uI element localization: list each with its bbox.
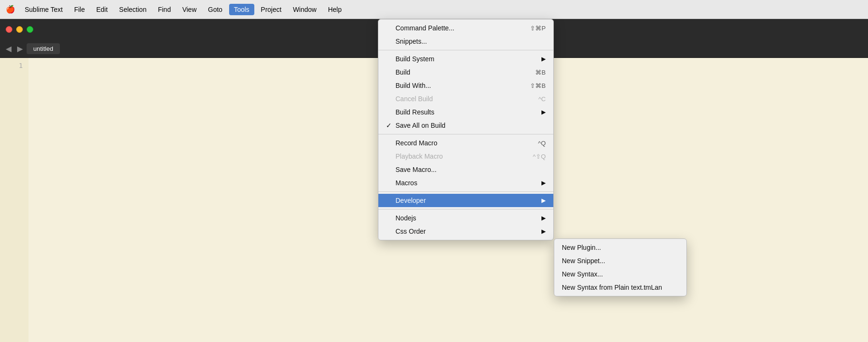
developer-submenu[interactable]: New Plugin... New Snippet... New Syntax.… <box>554 238 687 296</box>
menu-item-build-results[interactable]: Build Results ▶ <box>378 105 553 119</box>
menu-item-developer[interactable]: Developer ▶ <box>378 194 553 207</box>
menubar-sublime-text[interactable]: Sublime Text <box>20 4 68 15</box>
menubar-help[interactable]: Help <box>323 4 347 15</box>
developer-label: Developer <box>395 197 426 204</box>
build-label: Build <box>395 68 410 76</box>
save-all-on-build-label: Save All on Build <box>395 122 445 129</box>
cancel-build-label: Cancel Build <box>395 95 433 103</box>
menu-item-build-with[interactable]: Build With... ⇧⌘B <box>378 79 553 92</box>
submenu-arrow-nodejs: ▶ <box>541 215 546 221</box>
menu-item-playback-macro[interactable]: Playback Macro ^⇧Q <box>378 150 553 163</box>
submenu-arrow-build-results: ▶ <box>541 109 546 115</box>
playback-macro-label: Playback Macro <box>395 152 443 160</box>
apple-menu[interactable]: 🍎 <box>6 5 15 14</box>
tools-menu[interactable]: Command Palette... ⇧⌘P Snippets... Build… <box>378 19 554 240</box>
menubar-view[interactable]: View <box>177 4 201 15</box>
command-palette-label: Command Palette... <box>395 24 454 32</box>
menu-item-cancel-build[interactable]: Cancel Build ^C <box>378 92 553 105</box>
menu-item-command-palette[interactable]: Command Palette... ⇧⌘P <box>378 21 553 35</box>
line-numbers: 1 <box>0 58 29 342</box>
macros-label: Macros <box>395 179 417 187</box>
menubar-goto[interactable]: Goto <box>203 4 227 15</box>
separator-3 <box>378 191 553 192</box>
submenu-arrow-build-system: ▶ <box>541 56 546 62</box>
new-snippet-label: New Snippet... <box>562 257 605 265</box>
submenu-arrow-developer: ▶ <box>541 197 546 204</box>
menubar-file[interactable]: File <box>69 4 90 15</box>
menu-item-record-macro[interactable]: Record Macro ^Q <box>378 136 553 150</box>
command-palette-shortcut: ⇧⌘P <box>521 25 546 32</box>
record-macro-label: Record Macro <box>395 139 437 147</box>
submenu-arrow-css-order: ▶ <box>541 228 546 235</box>
build-results-label: Build Results <box>395 108 434 116</box>
menubar-tools[interactable]: Tools <box>229 4 254 15</box>
build-with-label: Build With... <box>395 82 431 89</box>
traffic-light-red[interactable] <box>6 26 12 33</box>
menu-item-new-syntax[interactable]: New Syntax... <box>554 267 686 281</box>
snippets-label: Snippets... <box>395 38 427 45</box>
new-syntax-label: New Syntax... <box>562 270 603 278</box>
menu-item-build-system[interactable]: Build System ▶ <box>378 52 553 66</box>
menu-item-macros[interactable]: Macros ▶ <box>378 176 553 190</box>
menu-item-build[interactable]: Build ⌘B <box>378 66 553 79</box>
menubar: 🍎 Sublime Text File Edit Selection Find … <box>0 0 868 19</box>
cancel-build-shortcut: ^C <box>529 95 546 103</box>
build-shortcut: ⌘B <box>526 69 546 76</box>
menubar-project[interactable]: Project <box>256 4 287 15</box>
playback-macro-shortcut: ^⇧Q <box>523 153 546 160</box>
menubar-selection[interactable]: Selection <box>115 4 152 15</box>
css-order-label: Css Order <box>395 228 426 235</box>
record-macro-shortcut: ^Q <box>529 140 546 147</box>
new-syntax-from-plain-label: New Syntax from Plain text.tmLan <box>562 284 662 291</box>
menu-item-new-syntax-from-plain[interactable]: New Syntax from Plain text.tmLan <box>554 281 686 294</box>
tab-nav-left[interactable]: ◀ <box>4 43 13 54</box>
menu-item-nodejs[interactable]: Nodejs ▶ <box>378 211 553 225</box>
separator-1 <box>378 50 553 50</box>
build-with-shortcut: ⇧⌘B <box>521 82 546 89</box>
check-icon-save-all: ✓ <box>386 122 394 129</box>
menubar-window[interactable]: Window <box>288 4 321 15</box>
menu-item-new-snippet[interactable]: New Snippet... <box>554 254 686 267</box>
menu-item-css-order[interactable]: Css Order ▶ <box>378 225 553 238</box>
menu-item-new-plugin[interactable]: New Plugin... <box>554 241 686 254</box>
traffic-light-yellow[interactable] <box>16 26 23 33</box>
menu-item-save-all-on-build[interactable]: ✓ Save All on Build <box>378 119 553 132</box>
build-system-label: Build System <box>395 55 434 63</box>
menubar-edit[interactable]: Edit <box>91 4 112 15</box>
tab-nav-right[interactable]: ▶ <box>15 43 25 54</box>
separator-2 <box>378 134 553 134</box>
tab-untitled[interactable]: untitled <box>27 43 60 54</box>
line-number-1: 1 <box>0 62 23 69</box>
nodejs-label: Nodejs <box>395 214 416 222</box>
new-plugin-label: New Plugin... <box>562 244 601 251</box>
menubar-find[interactable]: Find <box>153 4 175 15</box>
submenu-arrow-macros: ▶ <box>541 180 546 186</box>
separator-4 <box>378 209 553 209</box>
save-macro-label: Save Macro... <box>395 166 436 173</box>
traffic-light-green[interactable] <box>27 26 33 33</box>
menu-item-snippets[interactable]: Snippets... <box>378 35 553 48</box>
menu-item-save-macro[interactable]: Save Macro... <box>378 163 553 176</box>
